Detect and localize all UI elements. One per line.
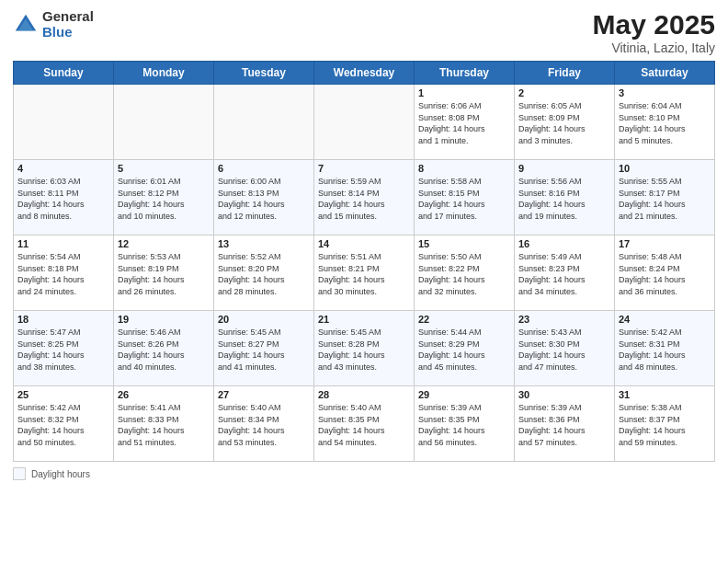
day-number: 13 xyxy=(218,238,310,249)
day-number: 27 xyxy=(218,389,310,400)
calendar-cell: 25Sunrise: 5:42 AMSunset: 8:32 PMDayligh… xyxy=(14,386,114,462)
day-info: Sunrise: 6:03 AMSunset: 8:11 PMDaylight:… xyxy=(17,176,109,222)
calendar-cell: 24Sunrise: 5:42 AMSunset: 8:31 PMDayligh… xyxy=(615,311,715,386)
day-info: Sunrise: 5:58 AMSunset: 8:15 PMDaylight:… xyxy=(418,176,510,222)
footer-legend-box xyxy=(13,467,26,480)
calendar-cell: 31Sunrise: 5:38 AMSunset: 8:37 PMDayligh… xyxy=(615,386,715,462)
day-info: Sunrise: 5:50 AMSunset: 8:22 PMDaylight:… xyxy=(418,251,510,297)
day-info: Sunrise: 6:05 AMSunset: 8:09 PMDaylight:… xyxy=(518,100,610,146)
day-number: 30 xyxy=(518,389,610,400)
calendar-cell: 5Sunrise: 6:01 AMSunset: 8:12 PMDaylight… xyxy=(114,160,214,236)
weekday-header-sunday: Sunday xyxy=(14,62,114,85)
day-info: Sunrise: 6:00 AMSunset: 8:13 PMDaylight:… xyxy=(218,176,310,222)
day-number: 1 xyxy=(418,87,510,98)
day-info: Sunrise: 6:04 AMSunset: 8:10 PMDaylight:… xyxy=(619,100,711,146)
day-info: Sunrise: 5:46 AMSunset: 8:26 PMDaylight:… xyxy=(118,327,210,373)
calendar-cell: 2Sunrise: 6:05 AMSunset: 8:09 PMDaylight… xyxy=(515,85,615,160)
calendar-cell: 17Sunrise: 5:48 AMSunset: 8:24 PMDayligh… xyxy=(615,236,715,311)
title-location: Vitinia, Lazio, Italy xyxy=(593,40,715,55)
footer-label: Daylight hours xyxy=(31,469,90,479)
calendar-cell: 4Sunrise: 6:03 AMSunset: 8:11 PMDaylight… xyxy=(14,160,114,236)
day-number: 3 xyxy=(619,87,711,98)
day-info: Sunrise: 5:42 AMSunset: 8:32 PMDaylight:… xyxy=(17,402,109,448)
calendar-cell xyxy=(214,85,314,160)
day-number: 31 xyxy=(619,389,711,400)
calendar-cell: 29Sunrise: 5:39 AMSunset: 8:35 PMDayligh… xyxy=(415,386,515,462)
day-number: 23 xyxy=(518,314,610,325)
day-info: Sunrise: 5:47 AMSunset: 8:25 PMDaylight:… xyxy=(17,327,109,373)
day-info: Sunrise: 5:53 AMSunset: 8:19 PMDaylight:… xyxy=(118,251,210,297)
calendar-cell: 3Sunrise: 6:04 AMSunset: 8:10 PMDaylight… xyxy=(615,85,715,160)
day-number: 12 xyxy=(118,238,210,249)
day-number: 2 xyxy=(518,87,610,98)
day-info: Sunrise: 5:54 AMSunset: 8:18 PMDaylight:… xyxy=(17,251,109,297)
day-info: Sunrise: 6:01 AMSunset: 8:12 PMDaylight:… xyxy=(118,176,210,222)
weekday-header-thursday: Thursday xyxy=(415,62,515,85)
day-number: 10 xyxy=(619,163,711,174)
day-info: Sunrise: 5:45 AMSunset: 8:27 PMDaylight:… xyxy=(218,327,310,373)
calendar-week-row: 11Sunrise: 5:54 AMSunset: 8:18 PMDayligh… xyxy=(14,236,715,311)
day-number: 7 xyxy=(318,163,410,174)
calendar-week-row: 18Sunrise: 5:47 AMSunset: 8:25 PMDayligh… xyxy=(14,311,715,386)
calendar-cell: 10Sunrise: 5:55 AMSunset: 8:17 PMDayligh… xyxy=(615,160,715,236)
calendar-week-row: 25Sunrise: 5:42 AMSunset: 8:32 PMDayligh… xyxy=(14,386,715,462)
day-number: 16 xyxy=(518,238,610,249)
calendar-cell: 14Sunrise: 5:51 AMSunset: 8:21 PMDayligh… xyxy=(314,236,415,311)
day-info: Sunrise: 5:59 AMSunset: 8:14 PMDaylight:… xyxy=(318,176,410,222)
title-month: May 2025 xyxy=(593,9,715,40)
day-number: 20 xyxy=(218,314,310,325)
calendar-cell: 11Sunrise: 5:54 AMSunset: 8:18 PMDayligh… xyxy=(14,236,114,311)
calendar-cell: 9Sunrise: 5:56 AMSunset: 8:16 PMDaylight… xyxy=(515,160,615,236)
day-info: Sunrise: 5:55 AMSunset: 8:17 PMDaylight:… xyxy=(619,176,711,222)
day-info: Sunrise: 5:45 AMSunset: 8:28 PMDaylight:… xyxy=(318,327,410,373)
weekday-header-row: SundayMondayTuesdayWednesdayThursdayFrid… xyxy=(14,62,715,85)
calendar-cell: 6Sunrise: 6:00 AMSunset: 8:13 PMDaylight… xyxy=(214,160,314,236)
logo: General Blue xyxy=(13,9,94,40)
logo-text: General Blue xyxy=(42,9,94,40)
day-number: 9 xyxy=(518,163,610,174)
day-number: 17 xyxy=(619,238,711,249)
day-number: 5 xyxy=(118,163,210,174)
calendar-cell: 8Sunrise: 5:58 AMSunset: 8:15 PMDaylight… xyxy=(415,160,515,236)
calendar-cell: 19Sunrise: 5:46 AMSunset: 8:26 PMDayligh… xyxy=(114,311,214,386)
weekday-header-monday: Monday xyxy=(114,62,214,85)
calendar-cell xyxy=(114,85,214,160)
calendar-cell xyxy=(14,85,114,160)
day-info: Sunrise: 5:49 AMSunset: 8:23 PMDaylight:… xyxy=(518,251,610,297)
day-number: 4 xyxy=(17,163,109,174)
day-number: 25 xyxy=(17,389,109,400)
day-number: 8 xyxy=(418,163,510,174)
day-info: Sunrise: 5:39 AMSunset: 8:35 PMDaylight:… xyxy=(418,402,510,448)
logo-icon xyxy=(13,12,39,38)
day-number: 29 xyxy=(418,389,510,400)
calendar-cell: 1Sunrise: 6:06 AMSunset: 8:08 PMDaylight… xyxy=(415,85,515,160)
weekday-header-wednesday: Wednesday xyxy=(314,62,415,85)
day-number: 19 xyxy=(118,314,210,325)
weekday-header-tuesday: Tuesday xyxy=(214,62,314,85)
title-block: May 2025 Vitinia, Lazio, Italy xyxy=(593,9,715,55)
day-number: 21 xyxy=(318,314,410,325)
calendar-cell: 23Sunrise: 5:43 AMSunset: 8:30 PMDayligh… xyxy=(515,311,615,386)
weekday-header-saturday: Saturday xyxy=(615,62,715,85)
calendar-cell: 13Sunrise: 5:52 AMSunset: 8:20 PMDayligh… xyxy=(214,236,314,311)
calendar-cell: 20Sunrise: 5:45 AMSunset: 8:27 PMDayligh… xyxy=(214,311,314,386)
weekday-header-friday: Friday xyxy=(515,62,615,85)
calendar-cell xyxy=(314,85,415,160)
calendar-cell: 18Sunrise: 5:47 AMSunset: 8:25 PMDayligh… xyxy=(14,311,114,386)
calendar-cell: 30Sunrise: 5:39 AMSunset: 8:36 PMDayligh… xyxy=(515,386,615,462)
day-number: 24 xyxy=(619,314,711,325)
day-number: 11 xyxy=(17,238,109,249)
calendar-week-row: 1Sunrise: 6:06 AMSunset: 8:08 PMDaylight… xyxy=(14,85,715,160)
calendar-cell: 21Sunrise: 5:45 AMSunset: 8:28 PMDayligh… xyxy=(314,311,415,386)
day-info: Sunrise: 5:38 AMSunset: 8:37 PMDaylight:… xyxy=(619,402,711,448)
day-info: Sunrise: 5:48 AMSunset: 8:24 PMDaylight:… xyxy=(619,251,711,297)
calendar-table: SundayMondayTuesdayWednesdayThursdayFrid… xyxy=(13,61,715,462)
day-info: Sunrise: 5:41 AMSunset: 8:33 PMDaylight:… xyxy=(118,402,210,448)
day-info: Sunrise: 5:42 AMSunset: 8:31 PMDaylight:… xyxy=(619,327,711,373)
calendar-cell: 22Sunrise: 5:44 AMSunset: 8:29 PMDayligh… xyxy=(415,311,515,386)
logo-blue-text: Blue xyxy=(42,25,94,40)
day-number: 14 xyxy=(318,238,410,249)
calendar-cell: 12Sunrise: 5:53 AMSunset: 8:19 PMDayligh… xyxy=(114,236,214,311)
footer: Daylight hours xyxy=(13,467,715,480)
page: General Blue May 2025 Vitinia, Lazio, It… xyxy=(0,0,728,563)
